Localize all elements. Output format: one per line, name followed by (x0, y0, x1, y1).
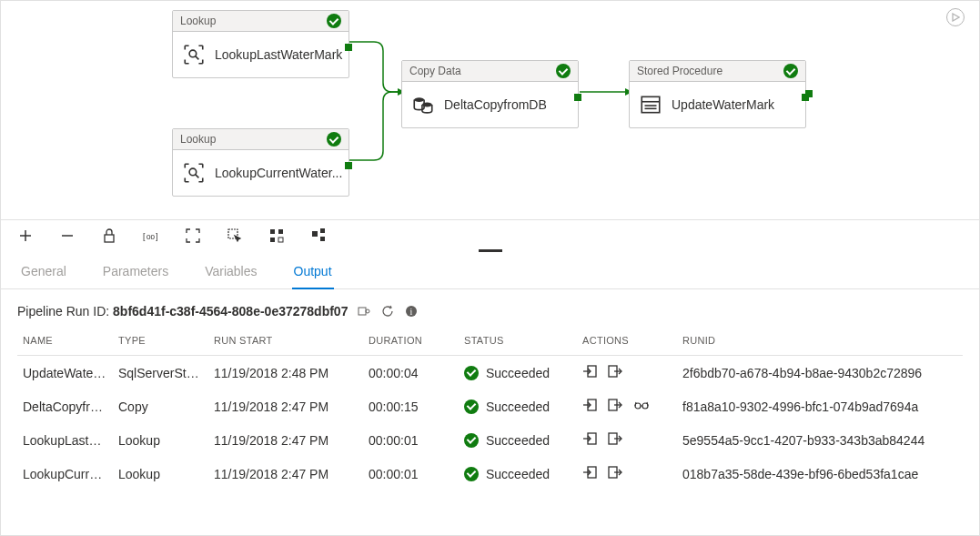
svg-rect-21 (270, 229, 275, 234)
input-icon[interactable] (582, 432, 597, 448)
svg-rect-24 (278, 238, 283, 242)
svg-rect-26 (320, 228, 325, 233)
svg-point-7 (414, 97, 424, 102)
cell-name: DeltaCopyfromDB (17, 389, 113, 423)
cell-status: Succeeded (459, 356, 577, 390)
cell-type: Copy (113, 389, 208, 423)
table-row: DeltaCopyfromDBCopy11/19/2018 2:47 PM00:… (17, 389, 963, 423)
cell-status: Succeeded (459, 389, 577, 423)
svg-rect-9 (642, 96, 660, 112)
tab-general[interactable]: General (19, 260, 68, 288)
activity-name: LookupCurrentWater... (215, 166, 342, 180)
col-type: TYPE (113, 328, 208, 356)
svg-point-3 (189, 50, 197, 57)
input-icon[interactable] (582, 365, 597, 380)
run-id-bar: Pipeline Run ID: 8bf6d41f-c38f-4564-808e… (1, 289, 979, 328)
output-icon[interactable] (608, 365, 622, 380)
activity-a4[interactable]: Stored ProcedureUpdateWaterMark (629, 60, 806, 128)
svg-text:]: ] (156, 232, 158, 241)
cell-start: 11/19/2018 2:47 PM (208, 423, 363, 457)
cell-duration: 00:00:01 (363, 457, 459, 490)
table-row: LookupCurrentWLookup11/19/2018 2:47 PM00… (17, 457, 963, 490)
cell-start: 11/19/2018 2:47 PM (208, 457, 363, 490)
output-port[interactable] (345, 162, 352, 169)
refresh-icon[interactable] (380, 304, 395, 319)
svg-text:00: 00 (146, 233, 155, 241)
cell-runid: 5e9554a5-9cc1-4207-b933-343b3ab84244 (677, 423, 963, 457)
tab-output[interactable]: Output (292, 260, 334, 289)
select-icon[interactable] (227, 228, 243, 244)
svg-rect-22 (278, 229, 283, 234)
auto-align-icon[interactable] (268, 228, 285, 244)
success-icon (464, 399, 479, 414)
cell-status: Succeeded (459, 423, 577, 457)
activity-type-label: Copy Data (409, 65, 461, 77)
cell-name: LookupCurrentW (17, 457, 113, 490)
cell-duration: 00:00:04 (363, 356, 459, 390)
output-port[interactable] (805, 90, 813, 97)
activity-a1[interactable]: LookupLookupLastWaterMark (172, 10, 349, 78)
svg-text:i: i (410, 307, 413, 317)
svg-rect-25 (312, 231, 318, 237)
col-run-start: RUN START (208, 328, 363, 356)
col-actions: ACTIONS (577, 328, 677, 356)
tab-parameters[interactable]: Parameters (101, 260, 170, 288)
svg-rect-16 (105, 235, 114, 242)
activity-name: LookupLastWaterMark (215, 47, 342, 62)
zoom-in-icon[interactable] (17, 228, 34, 244)
zoom-100-icon[interactable]: [00] (143, 228, 159, 244)
pipeline-canvas[interactable]: LookupLookupLastWaterMarkLookupLookupCur… (1, 1, 979, 219)
success-icon (464, 467, 479, 481)
output-icon[interactable] (608, 399, 622, 414)
fit-screen-icon[interactable] (185, 228, 201, 244)
output-port[interactable] (574, 94, 581, 101)
zoom-out-icon[interactable] (59, 228, 76, 244)
details-icon[interactable] (633, 399, 650, 414)
activity-a2[interactable]: LookupLookupCurrentWater... (172, 128, 349, 197)
panel-drag-handle[interactable] (479, 249, 502, 252)
tab-variables[interactable]: Variables (203, 260, 258, 288)
col-status: STATUS (459, 328, 577, 356)
input-icon[interactable] (582, 466, 597, 481)
svg-point-8 (422, 103, 432, 107)
tree-view-icon[interactable] (310, 228, 327, 244)
activity-name: UpdateWaterMark (672, 97, 774, 112)
activity-type-label: Lookup (180, 15, 216, 27)
activity-name: DeltaCopyfromDB (444, 97, 547, 112)
details-tabs: GeneralParametersVariablesOutput (1, 251, 979, 289)
success-icon (556, 64, 571, 78)
input-icon[interactable] (582, 399, 597, 414)
output-icon[interactable] (608, 466, 622, 481)
col-name: NAME (17, 328, 113, 356)
output-table: NAMETYPERUN STARTDURATIONSTATUSACTIONSRU… (17, 328, 963, 490)
cell-name: LookupLastWater (17, 423, 113, 457)
activity-a3[interactable]: Copy DataDeltaCopyfromDB (401, 60, 579, 128)
cell-duration: 00:00:01 (363, 423, 459, 457)
success-icon (464, 433, 479, 448)
success-icon (464, 366, 479, 380)
cell-start: 11/19/2018 2:48 PM (208, 356, 363, 390)
cell-actions (577, 423, 677, 457)
col-duration: DURATION (363, 328, 459, 356)
activity-type-label: Stored Procedure (637, 65, 722, 77)
success-icon (327, 132, 341, 147)
cell-runid: 2f6bdb70-a678-4b94-b8ae-9430b2c72896 (677, 356, 963, 390)
table-row: UpdateWaterMarkSqlServerStoredP11/19/201… (17, 356, 963, 390)
svg-marker-0 (953, 14, 959, 21)
copy-runid-icon[interactable] (357, 304, 371, 319)
info-icon[interactable]: i (404, 304, 419, 319)
svg-point-29 (366, 309, 369, 313)
cell-name: UpdateWaterMark (17, 356, 113, 390)
cell-type: SqlServerStoredP (113, 356, 208, 390)
table-header-row: NAMETYPERUN STARTDURATIONSTATUSACTIONSRU… (17, 328, 963, 356)
output-port[interactable] (345, 44, 352, 51)
cell-runid: 018b7a35-58de-439e-bf96-6bed53fa1cae (677, 457, 963, 490)
success-icon (327, 14, 341, 28)
svg-line-6 (196, 175, 199, 178)
output-icon[interactable] (608, 432, 622, 448)
cell-actions (577, 389, 677, 423)
success-icon (783, 64, 798, 78)
debug-button[interactable] (946, 8, 965, 26)
cell-type: Lookup (113, 457, 208, 490)
lock-icon[interactable] (101, 228, 117, 244)
